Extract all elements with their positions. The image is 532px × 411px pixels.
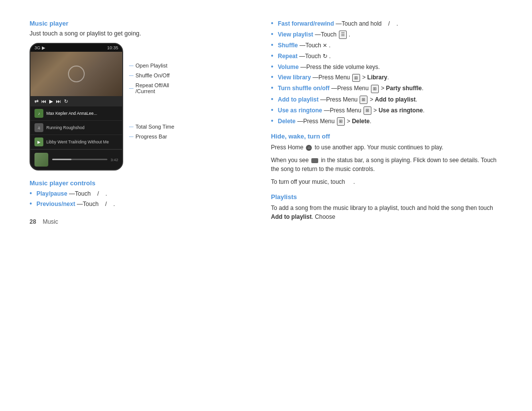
menu-icon4: ⊞ (364, 106, 371, 115)
control-play-text: —Touch / . (69, 190, 107, 197)
controls-section: Music player controls Play/pause —Touch … (30, 179, 246, 208)
ctrl-viewlib-text: —Press Menu ⊞ > Library. (313, 74, 389, 81)
callout-label-total-time: Total Song Time (135, 124, 174, 130)
ctrl-viewlib-label: View library (278, 74, 311, 81)
page: Music player Just touch a song or playli… (0, 0, 532, 411)
list-item[interactable]: ♪ Max Kepler And AnnaLee... (31, 106, 122, 121)
home-icon: ⌂ (306, 145, 312, 151)
ctrl-addpl-text: —Press Menu ⊞ > Add to playlist. (320, 96, 417, 103)
callout-label-open-playlist: Open Playlist (135, 63, 167, 68)
ctrl-volume-text: —Press the side volume keys. (300, 64, 380, 70)
ctrl-turnshuffle-label: Turn shuffle on/off (278, 85, 330, 92)
phone-progress-fill (52, 159, 71, 160)
ctrl-ringtone-text: —Press Menu ⊞ > Use as ringtone. (324, 107, 424, 114)
list-item: Shuffle —Touch ✕ . (271, 41, 502, 50)
phone-controls-bar: ⇄ ⏮ ▶ ⏭ ↻ (31, 96, 122, 106)
ctrl-viewpl-text: —Touch ☰ . (315, 31, 350, 38)
status-right: 10:35 (107, 45, 118, 50)
status-left: 3G ▶ (34, 45, 45, 50)
hide-text-2: When you see in the status bar, a song i… (271, 156, 502, 173)
song-icon-2: ♫ (34, 123, 43, 132)
phone-album-thumb (34, 153, 48, 167)
phone-album-art (31, 52, 122, 96)
ctrl-ffw-text: —Touch and hold / . (335, 20, 398, 27)
menu-icon3: ⊞ (360, 96, 367, 104)
ctrl-ffw-label: Fast forward/rewind (278, 20, 334, 27)
list-item: Repeat —Touch ↻ . (271, 52, 502, 61)
callout-progress: Progress Bar (129, 134, 246, 139)
song-title-2: Running Roughshod (46, 125, 85, 130)
ctrl-ringtone-label: Use as ringtone (278, 107, 322, 114)
ctrl-shuffle-text: —Touch ✕ . (299, 42, 331, 49)
list-item[interactable]: ▶ Libby Went Trailriding Without Me (31, 135, 122, 149)
playlist-icon: ☰ (339, 31, 347, 39)
list-item: Fast forward/rewind —Touch and hold / . (271, 20, 502, 28)
status-bar-icon (311, 158, 318, 163)
ctrl-repeat-label: Repeat (278, 53, 298, 60)
control-prevnext-label: Previous/next (36, 201, 75, 207)
callout-open-playlist: Open Playlist (129, 63, 246, 68)
ctrl-delete-text: —Press Menu ⊞ > Delete. (297, 118, 371, 125)
phone-container: 3G ▶ 10:35 ⇄ ⏮ ▶ ⏭ ↻ ♪ Max Kepler (30, 43, 246, 171)
ctrl-delete-label: Delete (278, 118, 296, 125)
playlists-title: Playlists (271, 193, 502, 201)
controls-section-title: Music player controls (30, 179, 246, 187)
ctrl-turnshuffle-text: —Press Menu ⊞ > Party shuffle. (331, 85, 423, 92)
page-footer: 28 Music (30, 218, 246, 225)
list-item: Turn shuffle on/off —Press Menu ⊞ > Part… (271, 84, 502, 93)
prev-btn[interactable]: ⏮ (41, 99, 46, 104)
playlists-text: To add a song from the music library to … (271, 204, 502, 221)
callout-repeat: Repeat Off/All/Current (129, 82, 246, 94)
hide-wake-title: Hide, wake, turn off (271, 133, 502, 140)
shuffle-btn[interactable]: ⇄ (34, 99, 38, 104)
ctrl-repeat-text: —Touch ↻ . (299, 53, 331, 60)
song-list: ♪ Max Kepler And AnnaLee... ♫ Running Ro… (31, 106, 122, 149)
list-item: Delete —Press Menu ⊞ > Delete. (271, 117, 502, 126)
ctrl-shuffle-label: Shuffle (278, 42, 298, 49)
callout-shuffle: Shuffle On/Off (129, 72, 246, 78)
song-title-1: Max Kepler And AnnaLee... (46, 111, 97, 116)
list-item: Use as ringtone —Press Menu ⊞ > Use as r… (271, 106, 502, 115)
next-btn[interactable]: ⏭ (56, 99, 61, 104)
ctrl-volume-label: Volume (278, 64, 299, 70)
callout-area: Open Playlist Shuffle On/Off Repeat Off/… (129, 43, 246, 143)
callout-label-shuffle: Shuffle On/Off (135, 72, 169, 78)
phone-mockup: 3G ▶ 10:35 ⇄ ⏮ ▶ ⏭ ↻ ♪ Max Kepler (30, 43, 123, 171)
menu-icon5: ⊞ (337, 117, 345, 126)
music-player-title: Music player (30, 20, 246, 27)
control-prevnext-text: —Touch / . (77, 201, 115, 207)
hide-text-3: To turn off your music, touch . (271, 177, 502, 186)
page-name: Music (43, 218, 58, 225)
control-play-label: Play/pause (36, 190, 67, 197)
list-item: View library —Press Menu ⊞ > Library. (271, 73, 502, 82)
right-column: Fast forward/rewind —Touch and hold / . … (266, 20, 502, 225)
song-title-3: Libby Went Trailriding Without Me (46, 139, 109, 144)
ctrl-addpl-label: Add to playlist (278, 96, 319, 103)
list-item[interactable]: ♫ Running Roughshod (31, 121, 122, 135)
phone-time: 3:42 (110, 158, 118, 162)
callout-total-time: Total Song Time (129, 124, 246, 130)
callout-label-progress: Progress Bar (135, 134, 167, 139)
repeat-btn[interactable]: ↻ (64, 99, 68, 104)
right-controls-list: Fast forward/rewind —Touch and hold / . … (271, 20, 502, 126)
intro-text: Just touch a song or playlist to get goi… (30, 30, 246, 37)
song-icon-1: ♪ (34, 109, 43, 118)
left-column: Music player Just touch a song or playli… (30, 20, 266, 225)
phone-bottom-bar: 3:42 (31, 149, 122, 170)
ctrl-viewpl-label: View playlist (278, 31, 313, 38)
list-item: Play/pause —Touch / . (30, 190, 246, 198)
list-item: Previous/next —Touch / . (30, 200, 246, 208)
menu-icon: ⊞ (352, 74, 360, 82)
phone-progress-bar (52, 159, 107, 160)
play-btn[interactable]: ▶ (49, 99, 53, 104)
list-item: Volume —Press the side volume keys. (271, 63, 502, 71)
hide-text-1: Press Home ⌂ to use another app. Your mu… (271, 143, 502, 152)
controls-list: Play/pause —Touch / . Previous/next —Tou… (30, 190, 246, 208)
list-item: Add to playlist —Press Menu ⊞ > Add to p… (271, 96, 502, 104)
page-number: 28 (30, 218, 36, 225)
callout-label-repeat: Repeat Off/All/Current (135, 82, 169, 94)
list-item: View playlist —Touch ☰ . (271, 31, 502, 39)
phone-status-bar: 3G ▶ 10:35 (31, 44, 122, 52)
menu-icon2: ⊞ (371, 85, 379, 93)
song-icon-3: ▶ (34, 137, 43, 146)
